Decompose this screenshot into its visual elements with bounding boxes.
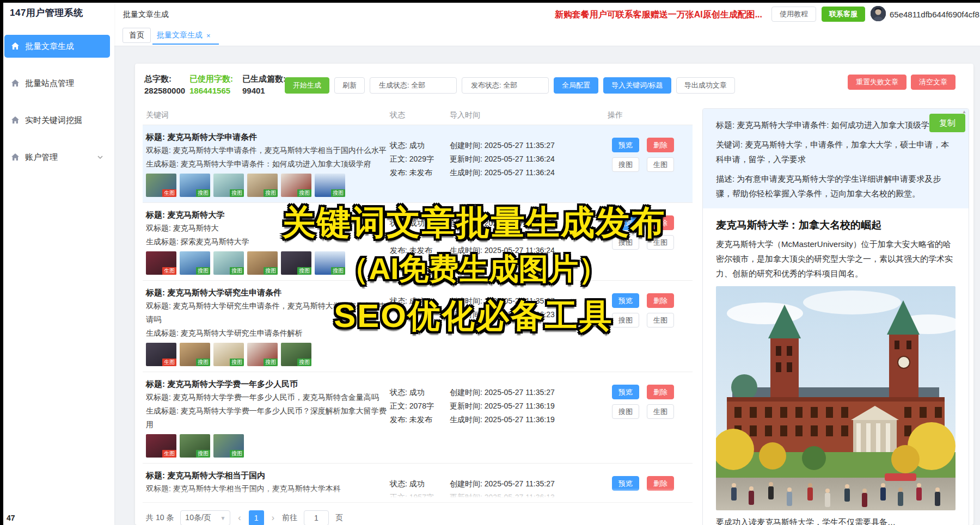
article-thumbnail[interactable]: 搜图 xyxy=(247,343,278,366)
actions-cell: 预览 删除 搜图 生图 xyxy=(608,130,696,197)
home-icon xyxy=(11,79,20,88)
thumbnail-strip: 生图 搜图 搜图 搜图 搜图 搜图 xyxy=(146,251,390,275)
stat-generated-count: 已生成篇数: 99401 xyxy=(242,73,286,97)
generate-image-button[interactable]: 生图 xyxy=(647,235,674,250)
table-row[interactable]: 标题: 麦克马斯特大学 双标题: 麦克马斯特大 生成标题: 探索麦克马斯特大学 … xyxy=(143,202,693,280)
article-thumbnail[interactable]: 搜图 xyxy=(247,251,278,275)
sidebar-item-keyword-mining[interactable]: 实时关键词挖掘 xyxy=(4,109,110,132)
tab-batch-article[interactable]: 批量文章生成 × xyxy=(157,28,211,43)
export-success-button[interactable]: 导出成功文章 xyxy=(676,77,735,94)
goto-page-input[interactable]: 1 xyxy=(304,510,329,525)
thumb-badge: 搜图 xyxy=(264,359,278,366)
sidebar-item-batch-site[interactable]: 批量站点管理 xyxy=(4,72,110,95)
article-thumbnail[interactable]: 搜图 xyxy=(281,343,311,366)
generate-status-select[interactable]: 生成状态: 全部 xyxy=(370,77,457,94)
generate-image-button[interactable]: 生图 xyxy=(647,404,674,419)
article-thumbnail[interactable]: 搜图 xyxy=(247,174,278,197)
clear-articles-button[interactable]: 清空文章 xyxy=(911,75,955,90)
article-gen-title: 生成标题: 麦克马斯特大学学费一年多少人民币？深度解析加拿大留学费用 xyxy=(146,404,390,431)
table-row[interactable]: 标题: 麦克马斯特大学研究生申请条件 双标题: 麦克马斯特大学研究生申请条件，麦… xyxy=(143,280,693,372)
article-thumbnail[interactable]: 搜图 xyxy=(315,174,345,197)
actions-cell: 预览 删除 搜图 生图 xyxy=(608,208,696,275)
global-config-button[interactable]: 全局配置 xyxy=(554,77,598,94)
article-thumbnail[interactable]: 搜图 xyxy=(213,343,244,366)
home-icon xyxy=(11,116,20,125)
status-cell: 状态: 成功 xyxy=(390,286,450,366)
table-row[interactable]: 标题: 麦克马斯特大学学费一年多少人民币 双标题: 麦克马斯特大学学费一年多少人… xyxy=(143,372,693,463)
import-keywords-button[interactable]: 导入关键词/标题 xyxy=(603,77,671,94)
generate-image-button[interactable]: 生图 xyxy=(647,313,674,328)
contact-support-button[interactable]: 联系客服 xyxy=(822,7,865,22)
user-avatar[interactable] xyxy=(871,6,886,21)
words-line xyxy=(390,230,450,244)
sidebar-item-label: 批量文章生成 xyxy=(25,41,74,52)
stat-label: 已使用字数: xyxy=(189,74,233,83)
current-page-button[interactable]: 1 xyxy=(249,510,264,525)
thumb-badge: 搜图 xyxy=(230,450,244,458)
reset-failed-button[interactable]: 重置失败文章 xyxy=(848,75,906,90)
status-line: 状态: 成功 xyxy=(390,139,450,152)
search-image-button[interactable]: 搜图 xyxy=(612,313,639,328)
thumb-badge: 搜图 xyxy=(297,189,311,197)
article-thumbnail[interactable]: 搜图 xyxy=(213,434,244,458)
search-image-button[interactable]: 搜图 xyxy=(612,157,639,172)
article-thumbnail[interactable]: 搜图 xyxy=(213,251,244,275)
tab-close-icon[interactable]: × xyxy=(206,32,211,40)
updated-line: 更新时间: 2025-05-27 11:36:23 xyxy=(450,308,608,322)
table-row[interactable]: 标题: 麦克马斯特大学申请条件 双标题: 麦克马斯特大学申请条件，麦克马斯特大学… xyxy=(143,125,693,202)
updated-line: 更新时间: 2025-05-27 11:36:24 xyxy=(450,152,608,166)
sidebar-item-account[interactable]: 账户管理 xyxy=(4,146,110,169)
article-thumbnail[interactable]: 生图 xyxy=(146,174,176,197)
stat-value: 186441565 xyxy=(189,85,233,97)
preview-button[interactable]: 预览 xyxy=(612,138,639,152)
article-thumbnail[interactable]: 搜图 xyxy=(180,174,210,197)
delete-button[interactable]: 删除 xyxy=(647,215,674,230)
tab-home[interactable]: 首页 xyxy=(122,28,151,43)
search-image-button[interactable]: 搜图 xyxy=(612,404,639,419)
delete-button[interactable]: 删除 xyxy=(647,385,674,399)
page-size-select[interactable]: 10条/页 ▼ xyxy=(180,510,230,525)
start-generate-button[interactable]: 开始生成 xyxy=(285,77,329,94)
delete-button[interactable]: 删除 xyxy=(647,138,674,152)
next-page-button[interactable]: › xyxy=(271,513,275,523)
article-thumbnail[interactable]: 搜图 xyxy=(180,343,210,366)
preview-button[interactable]: 预览 xyxy=(612,293,639,308)
search-image-button[interactable]: 搜图 xyxy=(612,235,639,250)
copy-button[interactable]: 复制 xyxy=(929,114,965,132)
thumb-badge: 搜图 xyxy=(297,359,311,366)
article-thumbnail[interactable]: 搜图 xyxy=(281,174,311,197)
screen-left-border xyxy=(0,0,3,525)
danger-toolbar: 重置失败文章 清空文章 xyxy=(848,75,955,90)
preview-button[interactable]: 预览 xyxy=(612,385,639,399)
words-line xyxy=(390,308,450,322)
article-thumbnail[interactable]: 生图 xyxy=(146,343,176,366)
article-thumbnail[interactable]: 搜图 xyxy=(180,434,210,458)
created-line: 创建时间: 2025-05-27 11:35:27 xyxy=(450,217,608,230)
article-thumbnail[interactable]: 生图 xyxy=(146,251,176,275)
article-thumbnail[interactable]: 搜图 xyxy=(315,251,345,275)
tutorial-button[interactable]: 使用教程 xyxy=(771,7,816,22)
app-title: 147用户管理系统 xyxy=(10,7,83,19)
generated-line xyxy=(450,322,608,335)
publish-line: 发布: 未发布 xyxy=(390,166,450,180)
article-thumbnail[interactable]: 搜图 xyxy=(180,251,210,275)
generate-image-button[interactable]: 生图 xyxy=(647,157,674,172)
prev-page-button[interactable]: ‹ xyxy=(237,513,242,523)
preview-button[interactable]: 预览 xyxy=(612,215,639,230)
chevron-down-icon: ▼ xyxy=(220,515,225,521)
header-actions: 操作 xyxy=(608,110,696,120)
thumbnail-strip: 生图 搜图 搜图 搜图 搜图 xyxy=(146,343,390,366)
sidebar-item-batch-article[interactable]: 批量文章生成 xyxy=(4,35,110,58)
table-row[interactable]: 标题: 麦克马斯特大学相当于国内 双标题: 麦克马斯特大学相当于国内，麦克马斯特… xyxy=(143,463,693,498)
article-table: 关键词 状态 导入时间 操作 标题: 麦克马斯特大学申请条件 双标题: 麦克马斯… xyxy=(143,109,693,525)
header-keyword: 关键词 xyxy=(146,110,390,120)
publish-status-select[interactable]: 发布状态: 全部 xyxy=(462,77,549,94)
status-cell: 状态: 成功 发布: 未发布 xyxy=(390,208,450,275)
delete-button[interactable]: 删除 xyxy=(647,293,674,308)
thumb-badge: 搜图 xyxy=(196,189,210,197)
chevron-down-icon xyxy=(97,154,103,160)
article-thumbnail[interactable]: 生图 xyxy=(146,434,176,458)
refresh-button[interactable]: 刷新 xyxy=(334,77,365,94)
article-thumbnail[interactable]: 搜图 xyxy=(281,251,311,275)
article-thumbnail[interactable]: 搜图 xyxy=(213,174,244,197)
